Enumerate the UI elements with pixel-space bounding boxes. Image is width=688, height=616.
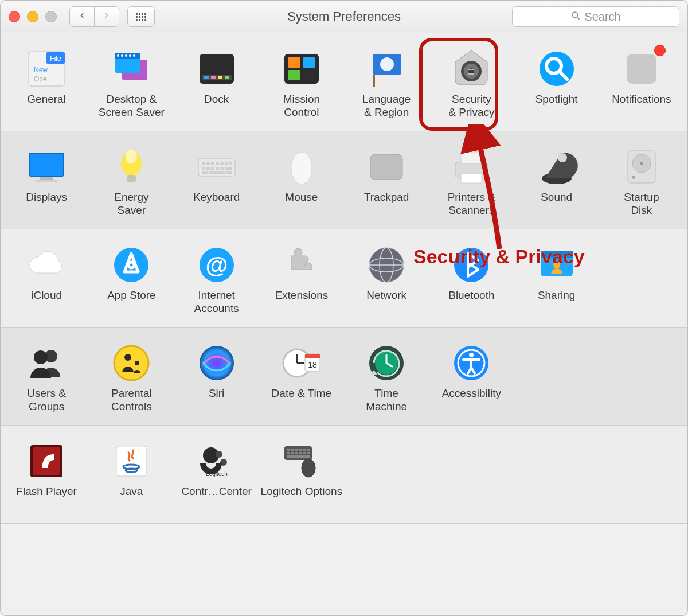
pane-general[interactable]: File New Ope General — [4, 44, 89, 123]
pane-label: Java — [120, 485, 143, 498]
app-store-icon — [110, 243, 153, 287]
svg-rect-125 — [299, 452, 302, 454]
svg-point-0 — [572, 12, 578, 18]
row-hardware: Displays Energy Saver — [1, 131, 687, 229]
pane-trackpad[interactable]: Trackpad — [344, 142, 429, 221]
svg-rect-57 — [220, 167, 224, 170]
pane-date-time[interactable]: 18 Date & Time — [259, 338, 344, 417]
pane-security-privacy[interactable]: Security & Privacy — [429, 44, 514, 123]
pane-spotlight[interactable]: Spotlight — [514, 44, 599, 123]
pane-label: Notifications — [612, 93, 671, 106]
pane-flash-player[interactable]: Flash Player — [4, 436, 89, 515]
svg-point-44 — [126, 150, 137, 163]
pane-java[interactable]: Java — [89, 436, 174, 515]
show-all-button[interactable] — [127, 6, 155, 27]
pane-label: Users & Groups — [27, 387, 66, 414]
keyboard-icon — [195, 145, 239, 189]
pane-time-machine[interactable]: Time Machine — [344, 338, 429, 417]
logitech-options-icon — [280, 439, 323, 483]
pane-accessibility[interactable]: Accessibility — [429, 338, 514, 417]
svg-rect-118 — [295, 449, 298, 451]
window-controls — [9, 11, 57, 22]
pane-network[interactable]: Network — [344, 240, 429, 319]
pane-printers-scanners[interactable]: Printers & Scanners — [429, 142, 514, 221]
displays-icon — [25, 145, 68, 189]
pane-sharing[interactable]: Sharing — [514, 240, 599, 319]
pane-desktop-screensaver[interactable]: Desktop & Screen Saver — [89, 44, 174, 123]
svg-rect-120 — [303, 449, 306, 451]
svg-rect-86 — [541, 251, 573, 258]
titlebar: System Preferences Search — [1, 1, 687, 33]
pane-logitech-control-center[interactable]: Logitech Contr…Center — [174, 436, 259, 515]
pane-mouse[interactable]: Mouse — [259, 142, 344, 221]
forward-button[interactable] — [94, 6, 119, 27]
svg-rect-60 — [209, 171, 225, 174]
search-field[interactable]: Search — [512, 6, 679, 27]
svg-rect-49 — [216, 162, 219, 165]
svg-rect-121 — [307, 449, 310, 451]
pane-bluetooth[interactable]: Bluetooth — [429, 240, 514, 319]
icloud-icon — [25, 243, 68, 287]
pane-notifications[interactable]: Notifications — [599, 44, 684, 123]
pane-label: Spotlight — [535, 93, 578, 106]
pane-dock[interactable]: Dock — [174, 44, 259, 123]
svg-point-90 — [114, 346, 148, 380]
back-button[interactable] — [69, 6, 95, 27]
svg-rect-65 — [461, 152, 482, 163]
pane-internet-accounts[interactable]: @ Internet Accounts — [174, 240, 259, 319]
time-machine-icon — [365, 341, 408, 385]
mouse-icon — [280, 145, 323, 189]
svg-rect-59 — [202, 171, 208, 174]
svg-rect-61 — [226, 171, 232, 174]
notification-badge-icon — [654, 45, 666, 56]
pane-app-store[interactable]: App Store — [89, 240, 174, 319]
svg-rect-28 — [373, 75, 375, 87]
svg-rect-19 — [218, 76, 222, 79]
pane-language-region[interactable]: Language & Region — [344, 44, 429, 123]
siri-icon — [195, 341, 239, 385]
pane-label: Parental Controls — [111, 387, 152, 414]
svg-text:New: New — [34, 66, 48, 74]
svg-rect-127 — [307, 452, 310, 454]
svg-text:File: File — [50, 54, 61, 63]
pane-keyboard[interactable]: Keyboard — [174, 142, 259, 221]
pane-parental-controls[interactable]: Parental Controls — [89, 338, 174, 417]
pane-label: iCloud — [31, 289, 62, 302]
pane-label: Accessibility — [442, 387, 501, 400]
pane-label: Logitech Options — [261, 485, 343, 498]
pane-extensions[interactable]: Extensions — [259, 240, 344, 319]
network-icon — [365, 243, 408, 287]
desktop-screensaver-icon — [110, 47, 153, 91]
svg-rect-48 — [211, 162, 214, 165]
pane-sound[interactable]: Sound — [514, 142, 599, 221]
svg-rect-20 — [225, 76, 229, 79]
pane-label: Sound — [541, 191, 572, 204]
pane-label: Siri — [209, 387, 224, 400]
svg-point-87 — [553, 262, 560, 268]
pane-label: Dock — [204, 93, 229, 106]
row-internet: iCloud App Store — [1, 229, 687, 328]
pane-label: Bluetooth — [448, 289, 494, 302]
pane-icloud[interactable]: iCloud — [4, 240, 89, 319]
zoom-button[interactable] — [45, 11, 57, 22]
pane-label: Date & Time — [272, 387, 332, 400]
pane-label: Flash Player — [16, 485, 77, 498]
preferences-grid: File New Ope General — [1, 33, 687, 615]
pane-energy-saver[interactable]: Energy Saver — [89, 142, 174, 221]
minimize-button[interactable] — [27, 11, 38, 22]
pane-siri[interactable]: Siri — [174, 338, 259, 417]
pane-startup-disk[interactable]: Startup Disk — [599, 142, 684, 221]
pane-displays[interactable]: Displays — [4, 142, 89, 221]
startup-disk-icon — [620, 145, 663, 189]
pane-label: Language & Region — [362, 93, 411, 119]
pane-logitech-options[interactable]: Logitech Options — [259, 436, 344, 515]
search-icon — [570, 10, 581, 24]
pane-mission-control[interactable]: Mission Control — [259, 44, 344, 123]
language-region-icon — [365, 47, 408, 91]
pane-label: Security & Privacy — [448, 93, 494, 119]
pane-users-groups[interactable]: Users & Groups — [4, 338, 89, 417]
svg-point-72 — [640, 162, 643, 165]
close-button[interactable] — [9, 11, 20, 22]
svg-rect-56 — [216, 167, 219, 170]
svg-rect-128 — [287, 455, 310, 458]
